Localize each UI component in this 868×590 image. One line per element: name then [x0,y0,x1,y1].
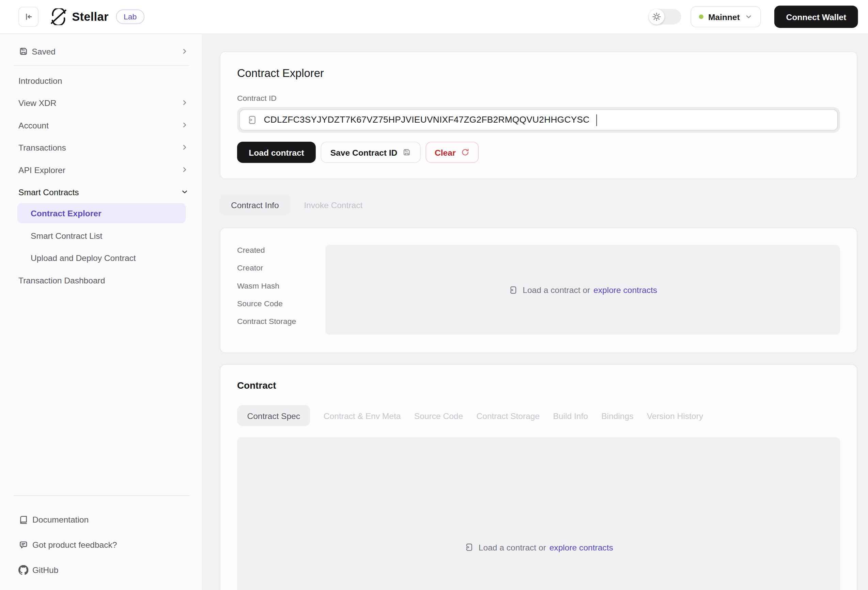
contract-id-label: Contract ID [237,94,840,103]
contract-id-value: CDLZFC3SYJYDZT7K67VZ75HPJVIEUVNIXF47ZG2F… [264,115,590,125]
tab-label: Contract Spec [247,411,300,420]
sidebar-item-introduction[interactable]: Introduction [13,69,189,91]
field-creator: Creator [237,263,325,274]
contract-icon [464,542,474,552]
load-contract-button[interactable]: Load contract [237,142,316,163]
sidebar-item-label: Introduction [18,76,188,85]
tab-build-info[interactable]: Build Info [553,411,588,420]
contract-card: Contract Contract Spec Contract & Env Me… [220,364,858,590]
header-actions: Mainnet Connect Wallet [649,6,858,28]
sidebar-item-view-xdr[interactable]: View XDR [13,91,189,114]
floppy-icon [18,46,28,56]
stellar-logo-icon [50,9,67,25]
tab-label: Build Info [553,411,588,420]
tab-bindings[interactable]: Bindings [601,411,633,420]
sidebar-item-api-explorer[interactable]: API Explorer [13,158,189,181]
tab-contract-spec[interactable]: Contract Spec [237,405,310,426]
sidebar-item-label: Account [18,120,181,130]
tab-label: Source Code [414,411,463,420]
tab-label: Version History [647,411,703,420]
feedback-icon [18,540,28,549]
contract-info-placeholder: Load a contract or explore contracts [325,245,840,335]
sidebar-item-documentation[interactable]: Documentation [13,507,189,532]
contract-card-title: Contract [237,381,840,392]
sidebar-item-github[interactable]: GitHub [13,557,189,583]
tab-label: Contract & Env Meta [323,411,401,420]
sidebar-item-label: Smart Contracts [18,187,181,196]
chevron-down-icon [181,188,189,196]
theme-toggle-thumb [649,9,664,25]
field-created: Created [237,246,325,257]
chevron-right-icon [181,47,189,55]
connect-wallet-button[interactable]: Connect Wallet [774,6,858,28]
theme-toggle[interactable] [649,9,681,25]
contract-spec-placeholder: Load a contract or explore contracts [237,437,840,590]
placeholder-text: Load a contract or [478,542,546,552]
view-tabs: Contract Info Invoke Contract [220,194,858,215]
sidebar-item-label: View XDR [18,98,181,107]
sidebar-item-saved[interactable]: Saved [13,41,189,62]
sidebar-item-contract-explorer[interactable]: Contract Explorer [18,203,186,223]
brand-name: Stellar [72,10,108,23]
tab-source-code[interactable]: Source Code [414,411,463,420]
sidebar-item-label: API Explorer [18,165,181,174]
clear-label: Clear [435,148,455,157]
explore-contracts-link[interactable]: explore contracts [593,285,657,295]
tab-contract-env-meta[interactable]: Contract & Env Meta [323,411,401,420]
contract-tabs: Contract Spec Contract & Env Meta Source… [237,405,840,426]
floppy-icon [402,148,411,157]
field-source-code: Source Code [237,299,325,310]
load-contract-label: Load contract [249,148,304,157]
clear-button[interactable]: Clear [426,142,478,163]
tab-label: Invoke Contract [304,200,362,209]
sidebar-item-account[interactable]: Account [13,114,189,136]
sidebar-item-smart-contract-list[interactable]: Smart Contract List [13,224,189,246]
save-contract-id-button[interactable]: Save Contract ID [321,142,421,163]
sidebar-divider [13,65,189,66]
contract-icon [508,285,518,295]
placeholder-text: Load a contract or [523,285,590,295]
sidebar-item-label: Transactions [18,142,181,152]
sidebar-item-label: Contract Explorer [31,208,101,218]
sidebar-item-transactions[interactable]: Transactions [13,136,189,159]
tab-contract-storage[interactable]: Contract Storage [476,411,540,420]
book-icon [18,515,28,525]
sidebar-item-label: GitHub [32,565,58,575]
chevron-right-icon [181,165,189,173]
sidebar-item-label: Transaction Dashboard [18,275,188,285]
page-title: Contract Explorer [237,67,840,80]
tab-contract-info[interactable]: Contract Info [220,194,290,215]
sidebar-item-label: Smart Contract List [31,231,102,240]
explore-contracts-link[interactable]: explore contracts [549,542,613,552]
lab-badge: Lab [116,10,145,24]
tab-label: Contract Info [231,200,279,209]
sidebar-item-label: Got product feedback? [32,540,117,549]
chevron-down-icon [745,13,753,21]
sidebar-item-transaction-dashboard[interactable]: Transaction Dashboard [13,269,189,291]
sidebar-item-label: Upload and Deploy Contract [31,253,136,263]
chevron-right-icon [181,99,189,107]
chevron-right-icon [181,143,189,151]
brand[interactable]: Stellar [50,9,108,25]
contract-id-input[interactable]: CDLZFC3SYJYDZT7K67VZ75HPJVIEUVNIXF47ZG2F… [239,109,838,130]
tab-label: Bindings [601,411,633,420]
sidebar-footer: Documentation Got product feedback? [13,495,189,590]
sidebar-item-label: Documentation [32,515,89,524]
sidebar-item-upload-deploy-contract[interactable]: Upload and Deploy Contract [13,246,189,269]
collapse-sidebar-button[interactable] [18,7,38,27]
explorer-actions: Load contract Save Contract ID Clear [237,142,840,163]
chevron-right-icon [181,121,189,129]
sidebar-item-feedback[interactable]: Got product feedback? [13,532,189,557]
collapse-sidebar-icon [24,12,33,21]
tab-version-history[interactable]: Version History [647,411,703,420]
sidebar-item-label: Saved [32,47,177,56]
app-header: Stellar Lab Mainnet [0,0,868,34]
sidebar-item-smart-contracts[interactable]: Smart Contracts [13,181,189,204]
network-status-dot [699,15,703,19]
tab-invoke-contract[interactable]: Invoke Contract [303,200,364,209]
text-caret [596,114,597,126]
contract-id-input-ring: CDLZFC3SYJYDZT7K67VZ75HPJVIEUVNIXF47ZG2F… [237,107,840,133]
contract-info-panel: Created Creator Wasm Hash Source Code Co… [220,227,858,353]
main-content: Contract Explorer Contract ID CDLZFC3SYJ… [202,34,868,590]
network-selector[interactable]: Mainnet [690,6,761,27]
